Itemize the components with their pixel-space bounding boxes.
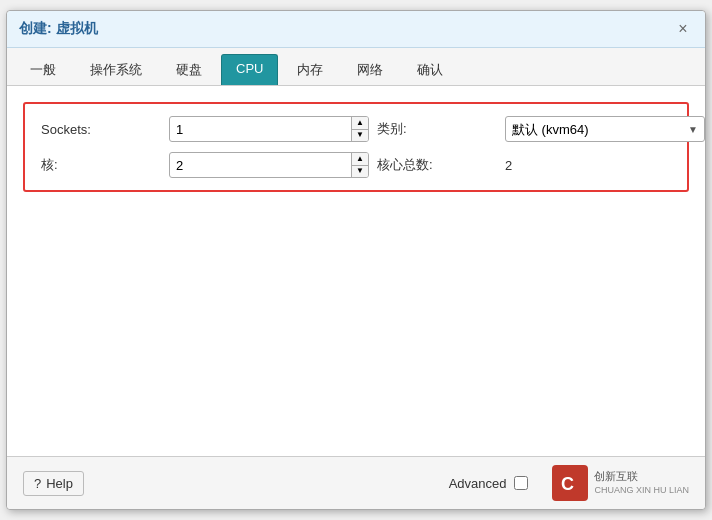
sockets-input[interactable]	[170, 117, 351, 141]
sockets-spinner: ▲ ▼	[351, 117, 368, 141]
footer-right: Advanced C 创新互联 CHUANG XIN HU LIAN	[449, 465, 689, 501]
sockets-label: Sockets:	[41, 122, 161, 137]
type-label: 类别:	[377, 120, 497, 138]
brand-icon: C	[552, 465, 588, 501]
cores-spinner: ▲ ▼	[351, 153, 368, 177]
create-vm-dialog: 创建: 虚拟机 × 一般 操作系统 硬盘 CPU 内存 网络 确认 Socket…	[6, 10, 706, 510]
tab-confirm[interactable]: 确认	[402, 54, 458, 85]
tab-os[interactable]: 操作系统	[75, 54, 157, 85]
tab-network[interactable]: 网络	[342, 54, 398, 85]
brand-name: 创新互联	[594, 469, 689, 484]
sockets-up-btn[interactable]: ▲	[352, 117, 368, 129]
brand-logo: C 创新互联 CHUANG XIN HU LIAN	[552, 465, 689, 501]
advanced-label: Advanced	[449, 476, 507, 491]
close-button[interactable]: ×	[673, 19, 693, 39]
cores-up-btn[interactable]: ▲	[352, 153, 368, 165]
advanced-checkbox[interactable]	[514, 476, 528, 490]
type-select-wrap: 默认 (kvm64) ▼	[505, 116, 705, 142]
svg-text:C: C	[561, 474, 574, 494]
sockets-input-wrap: ▲ ▼	[169, 116, 369, 142]
sockets-down-btn[interactable]: ▼	[352, 129, 368, 142]
cores-input-wrap: ▲ ▼	[169, 152, 369, 178]
cores-down-btn[interactable]: ▼	[352, 165, 368, 178]
total-cores-value: 2	[505, 158, 705, 173]
dialog-footer: ? Help Advanced C 创新互联 CHUANG XIN HU LIA…	[7, 456, 705, 509]
type-select[interactable]: 默认 (kvm64)	[506, 117, 682, 141]
help-icon: ?	[34, 476, 41, 491]
cpu-form-grid: Sockets: ▲ ▼ 类别: 默认 (kvm64) ▼ 核:	[41, 116, 671, 178]
cores-label: 核:	[41, 156, 161, 174]
help-button[interactable]: ? Help	[23, 471, 84, 496]
tab-cpu[interactable]: CPU	[221, 54, 278, 85]
brand-svg-icon: C	[559, 472, 581, 494]
tab-memory[interactable]: 内存	[282, 54, 338, 85]
total-cores-label: 核心总数:	[377, 156, 497, 174]
tab-general[interactable]: 一般	[15, 54, 71, 85]
cpu-section: Sockets: ▲ ▼ 类别: 默认 (kvm64) ▼ 核:	[23, 102, 689, 192]
dialog-header: 创建: 虚拟机 ×	[7, 11, 705, 48]
dialog-body: Sockets: ▲ ▼ 类别: 默认 (kvm64) ▼ 核:	[7, 86, 705, 456]
type-select-arrow-icon: ▼	[682, 124, 704, 135]
cores-input[interactable]	[170, 153, 351, 177]
help-label: Help	[46, 476, 73, 491]
brand-sub: CHUANG XIN HU LIAN	[594, 484, 689, 497]
brand-text: 创新互联 CHUANG XIN HU LIAN	[594, 469, 689, 497]
tab-disk[interactable]: 硬盘	[161, 54, 217, 85]
dialog-title: 创建: 虚拟机	[19, 20, 98, 38]
tab-bar: 一般 操作系统 硬盘 CPU 内存 网络 确认	[7, 48, 705, 86]
